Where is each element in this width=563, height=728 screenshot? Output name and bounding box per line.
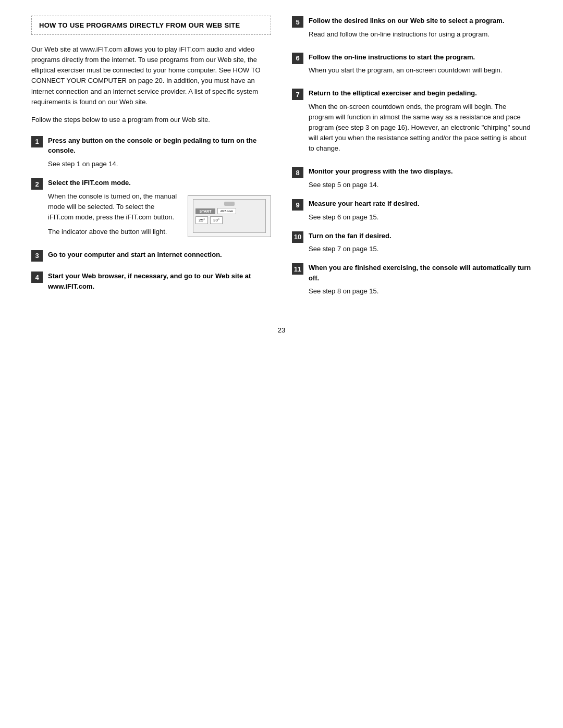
step-6-number: 6: [292, 53, 303, 64]
step-2-number: 2: [31, 178, 43, 190]
step-11-title: When you are finished exercising, the co…: [309, 263, 532, 283]
step-4-content: Start your Web browser, if necessary, an…: [48, 271, 271, 294]
step-7-content: Return to the elliptical exerciser and b…: [309, 88, 532, 158]
step-5-title: Follow the desired links on our Web site…: [309, 16, 532, 26]
console-start-label: START: [195, 208, 215, 214]
step-2-title: Select the iFIT.com mode.: [48, 178, 271, 188]
step-8-number: 8: [292, 167, 303, 178]
step-1-number: 1: [31, 136, 43, 147]
step-8-title: Monitor your progress with the two displ…: [309, 166, 532, 177]
step-4-title: Start your Web browser, if necessary, an…: [48, 271, 271, 291]
step-7: 7 Return to the elliptical exerciser and…: [292, 88, 532, 158]
intro-paragraph-2: Follow the steps below to use a program …: [31, 115, 271, 125]
step-9: 9 Measure your heart rate if desired. Se…: [292, 199, 532, 223]
console-ifit-label: iFIT.com: [217, 208, 236, 214]
step-10: 10 Turn on the fan if desired. See step …: [292, 231, 532, 255]
step-3-number: 3: [31, 250, 43, 262]
step-7-number: 7: [292, 89, 303, 100]
console-display-2: 30°: [210, 216, 223, 224]
console-image: START iFIT.com 25° 30°: [188, 195, 271, 237]
intro-paragraph-1: Our Web site at www.iFIT.com allows you …: [31, 44, 271, 107]
page-container: HOW TO USE PROGRAMS DIRECTLY FROM OUR WE…: [31, 16, 532, 334]
step-5-body: Read and follow the on-line instructions…: [309, 29, 532, 40]
step-8-content: Monitor your progress with the two displ…: [309, 166, 532, 190]
step-6-content: Follow the on-line instructions to start…: [309, 52, 532, 80]
console-bottom: START iFIT.com: [195, 208, 263, 214]
step-10-content: Turn on the fan if desired. See step 7 o…: [309, 231, 532, 255]
right-column: 5 Follow the desired links on our Web si…: [292, 16, 532, 305]
step-9-number: 9: [292, 199, 303, 211]
step-11: 11 When you are finished exercising, the…: [292, 263, 532, 297]
step-1-content: Press any button on the console or begin…: [48, 135, 271, 169]
step-4: 4 Start your Web browser, if necessary, …: [31, 271, 271, 294]
console-display: START iFIT.com 25° 30°: [193, 199, 266, 233]
console-button: [224, 202, 235, 206]
left-column: HOW TO USE PROGRAMS DIRECTLY FROM OUR WE…: [31, 16, 271, 305]
console-display-1: 25°: [195, 216, 208, 224]
step-5-content: Follow the desired links on our Web site…: [309, 16, 532, 44]
step-7-title: Return to the elliptical exerciser and b…: [309, 88, 532, 98]
step-3: 3 Go to your computer and start an inter…: [31, 250, 271, 263]
step-11-number: 11: [292, 263, 303, 275]
step-10-title: Turn on the fan if desired.: [309, 231, 532, 241]
step-5: 5 Follow the desired links on our Web si…: [292, 16, 532, 44]
step-5-number: 5: [292, 16, 303, 28]
console-display-row: 25° 30°: [195, 216, 263, 224]
step-7-body: When the on-screen countdown ends, the p…: [309, 102, 532, 154]
step-9-content: Measure your heart rate if desired. See …: [309, 199, 532, 223]
step-1-note: See step 1 on page 14.: [48, 159, 271, 169]
step-3-title: Go to your computer and start an interne…: [48, 250, 271, 260]
step-6-body: When you start the program, an on-screen…: [309, 65, 532, 76]
section-title: HOW TO USE PROGRAMS DIRECTLY FROM OUR WE…: [39, 21, 240, 29]
step-9-note: See step 6 on page 15.: [309, 212, 532, 223]
step-6-title: Follow the on-line instructions to start…: [309, 52, 532, 63]
step-1-title: Press any button on the console or begin…: [48, 135, 271, 156]
page-number: 23: [31, 326, 532, 334]
console-top: [195, 202, 263, 206]
step-11-content: When you are finished exercising, the co…: [309, 263, 532, 297]
step-4-number: 4: [31, 272, 43, 283]
step-10-note: See step 7 on page 15.: [309, 244, 532, 254]
step-6: 6 Follow the on-line instructions to sta…: [292, 52, 532, 80]
step-2: 2 Select the iFIT.com mode. START: [31, 178, 271, 241]
step-9-title: Measure your heart rate if desired.: [309, 199, 532, 209]
step-8: 8 Monitor your progress with the two dis…: [292, 166, 532, 190]
step-2-content: Select the iFIT.com mode. START: [48, 178, 271, 241]
step-8-note: See step 5 on page 14.: [309, 180, 532, 190]
step-10-number: 10: [292, 231, 303, 243]
section-header: HOW TO USE PROGRAMS DIRECTLY FROM OUR WE…: [31, 16, 271, 35]
step-3-content: Go to your computer and start an interne…: [48, 250, 271, 263]
step-11-note: See step 8 on page 15.: [309, 286, 532, 297]
step-1: 1 Press any button on the console or beg…: [31, 135, 271, 169]
